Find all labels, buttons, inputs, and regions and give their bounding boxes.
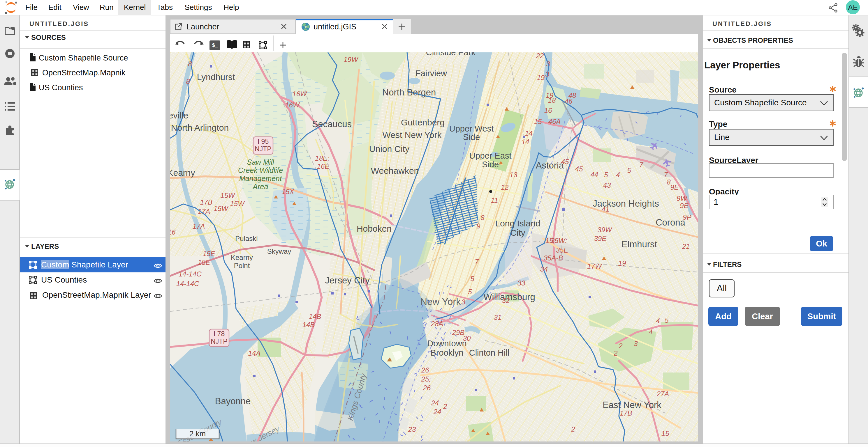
svg-text:19W: 19W <box>344 56 359 63</box>
svg-text:8: 8 <box>480 214 485 221</box>
svg-text:Fairview: Fairview <box>415 69 447 78</box>
svg-text:14A: 14A <box>248 349 261 357</box>
svg-text:Brooklyn: Brooklyn <box>431 348 464 357</box>
svg-text:Point: Point <box>234 262 250 270</box>
svg-text:17A: 17A <box>198 207 210 215</box>
svg-text:4: 4 <box>649 328 652 336</box>
svg-text:NJTP: NJTP <box>211 338 227 345</box>
svg-text:18: 18 <box>548 96 556 104</box>
svg-text:19: 19 <box>537 74 545 81</box>
svg-text:21: 21 <box>682 242 690 250</box>
svg-text:15W: 15W <box>230 200 245 207</box>
svg-text:5: 5 <box>468 288 472 296</box>
svg-text:Jersey City: Jersey City <box>325 275 370 285</box>
svg-text:Hoboken: Hoboken <box>356 224 392 233</box>
svg-text:24: 24 <box>433 408 441 416</box>
svg-text:I 95: I 95 <box>257 138 269 145</box>
svg-text:5: 5 <box>664 316 669 324</box>
svg-text:14: 14 <box>522 138 529 146</box>
svg-text:NJTP: NJTP <box>255 145 272 153</box>
svg-text:2: 2 <box>613 349 617 357</box>
svg-text:3: 3 <box>545 70 549 78</box>
svg-text:15: 15 <box>534 117 542 126</box>
svg-text:27A: 27A <box>656 390 669 398</box>
svg-text:4: 4 <box>616 171 620 179</box>
svg-text:25;: 25; <box>421 375 431 383</box>
svg-text:39E: 39E <box>594 235 607 242</box>
svg-text:34: 34 <box>540 265 548 273</box>
svg-text:Cliffside Park: Cliffside Park <box>426 53 476 57</box>
svg-text:7: 7 <box>664 171 668 179</box>
svg-text:35A-B: 35A-B <box>544 254 563 262</box>
svg-text:Lyndhurst: Lyndhurst <box>197 72 235 82</box>
svg-text:5: 5 <box>627 167 631 174</box>
svg-text:45: 45 <box>575 165 583 173</box>
svg-text:8: 8 <box>188 60 192 68</box>
svg-text:24: 24 <box>431 399 439 407</box>
svg-text:18E;: 18E; <box>315 154 329 162</box>
svg-text:15: 15 <box>661 429 669 437</box>
svg-text:28A: 28A <box>431 320 443 328</box>
svg-text:9W: 9W <box>677 195 688 202</box>
svg-text:Clinton Hill: Clinton Hill <box>469 348 509 357</box>
svg-text:9P: 9P <box>683 213 691 221</box>
svg-text:Secaucus: Secaucus <box>312 119 352 129</box>
svg-text:17B: 17B <box>620 409 632 417</box>
svg-text:2: 2 <box>571 425 575 433</box>
svg-text:17B: 17B <box>200 198 213 206</box>
svg-text:Bayonne: Bayonne <box>215 396 251 406</box>
svg-text:Elmhurst: Elmhurst <box>621 239 657 249</box>
svg-text:Weehawken: Weehawken <box>371 166 419 175</box>
svg-text:North Bergen: North Bergen <box>382 87 436 98</box>
svg-text:19: 19 <box>618 259 626 267</box>
svg-text:8: 8 <box>186 77 190 85</box>
svg-text:3: 3 <box>634 340 638 347</box>
svg-text:Downtown: Downtown <box>427 339 466 348</box>
svg-text:Long Island: Long Island <box>495 218 540 228</box>
svg-text:3: 3 <box>546 60 550 68</box>
svg-text:5: 5 <box>604 171 608 179</box>
svg-text:32: 32 <box>502 297 510 304</box>
svg-text:eville: eville <box>170 111 188 120</box>
svg-text:45: 45 <box>561 158 569 166</box>
svg-text:3: 3 <box>461 298 465 306</box>
svg-text:23: 23 <box>408 425 416 433</box>
svg-text:9: 9 <box>476 222 480 230</box>
svg-text:11: 11 <box>491 197 498 204</box>
svg-text:5: 5 <box>470 275 474 283</box>
svg-text:26: 26 <box>423 384 431 392</box>
svg-text:15: 15 <box>546 237 553 244</box>
svg-text:15X: 15X <box>282 188 294 196</box>
svg-text:2 km: 2 km <box>189 429 206 438</box>
svg-text:14B: 14B <box>303 321 315 329</box>
svg-text:43: 43 <box>603 181 611 189</box>
svg-text:12: 12 <box>501 183 509 191</box>
svg-text:Area: Area <box>252 182 268 191</box>
svg-text:15W: 15W <box>214 205 229 212</box>
svg-text:Creek Wildlife: Creek Wildlife <box>238 166 283 174</box>
svg-text:15W: 15W <box>220 192 236 199</box>
svg-text:2: 2 <box>618 342 622 350</box>
svg-text:7: 7 <box>639 161 644 169</box>
svg-text:16W: 16W <box>285 101 300 109</box>
svg-text:17A: 17A <box>193 222 205 230</box>
svg-text:15E: 15E <box>203 250 216 257</box>
svg-text:16W: 16W <box>292 90 307 98</box>
svg-text:Side: Side <box>463 132 480 142</box>
svg-text:41: 41 <box>602 205 610 213</box>
svg-text:Saw Mill: Saw Mill <box>247 158 275 166</box>
svg-text:New York: New York <box>420 296 461 307</box>
svg-text:Union City: Union City <box>369 144 409 153</box>
svg-text:15E: 15E <box>198 259 211 266</box>
svg-text:West New York: West New York <box>382 130 442 140</box>
svg-text:39W: 39W <box>597 226 613 234</box>
svg-text:I 78: I 78 <box>214 330 225 338</box>
svg-text:16: 16 <box>544 106 552 114</box>
svg-text:Skyway: Skyway <box>267 247 291 255</box>
svg-text:44: 44 <box>591 170 598 178</box>
svg-text:26: 26 <box>421 366 429 374</box>
svg-text:16E: 16E <box>317 162 330 170</box>
svg-text:Management: Management <box>239 174 282 182</box>
svg-text:9E: 9E <box>670 183 679 191</box>
svg-text:4: 4 <box>656 317 660 325</box>
